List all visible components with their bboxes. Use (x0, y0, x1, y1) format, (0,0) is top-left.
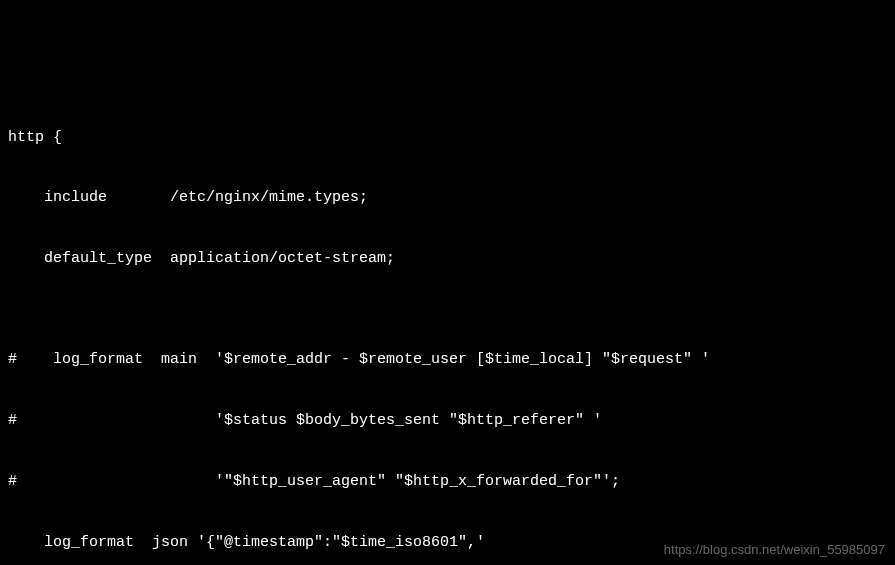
code-line: # log_format main '$remote_addr - $remot… (8, 350, 887, 370)
code-line: # '"$http_user_agent" "$http_x_forwarded… (8, 472, 887, 492)
code-line: http { (8, 128, 887, 148)
code-line: # '$status $body_bytes_sent "$http_refer… (8, 411, 887, 431)
code-line: include /etc/nginx/mime.types; (8, 188, 887, 208)
nginx-config-block: http { include /etc/nginx/mime.types; de… (8, 87, 887, 565)
watermark-text: https://blog.csdn.net/weixin_55985097 (664, 541, 885, 559)
code-line: default_type application/octet-stream; (8, 249, 887, 269)
